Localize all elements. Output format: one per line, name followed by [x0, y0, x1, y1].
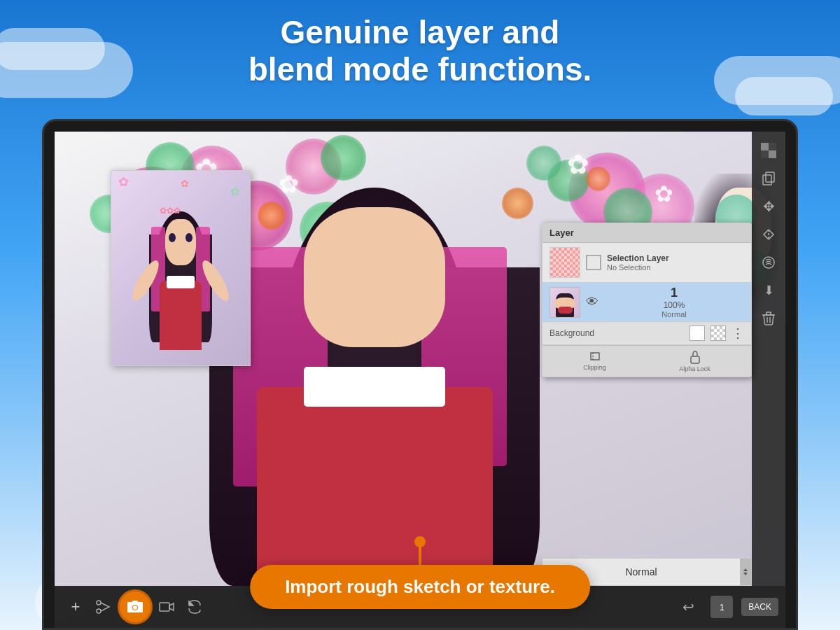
video-btn[interactable] [153, 593, 181, 621]
selection-layer-info: Selection Layer No Selection [607, 253, 669, 272]
bg-color-white[interactable] [690, 326, 705, 341]
header-line2: blend mode functions. [0, 51, 840, 88]
alpha-lock-label: Alpha Lock [679, 365, 710, 372]
svg-rect-2 [769, 143, 776, 150]
toolbar-download-btn[interactable]: ⬇ [755, 277, 782, 304]
layer-bottom-actions: Clipping Alpha Lock [542, 345, 751, 377]
layer-count-badge[interactable]: 1 [710, 596, 733, 618]
right-toolbar: ✥ [752, 132, 785, 586]
back-btn[interactable]: BACK [741, 598, 778, 616]
layer-1-blend-mode: Normal [604, 310, 744, 318]
clipping-label: Clipping [583, 364, 606, 371]
svg-rect-5 [766, 172, 774, 182]
layer-1-info: 1 100% Normal [604, 286, 744, 318]
layer-1-number: 1 [604, 286, 744, 300]
svg-marker-12 [743, 573, 748, 575]
cut-btn[interactable] [90, 593, 118, 621]
bokeh-green-7 [526, 146, 561, 181]
layer-1-visibility-btn[interactable]: 👁 [586, 295, 598, 309]
layer-panel-title: Layer [550, 227, 574, 238]
selection-layer-row[interactable]: Selection Layer No Selection [542, 243, 751, 283]
banner-connector-dot [414, 536, 426, 547]
selection-layer-title: Selection Layer [607, 253, 669, 263]
toolbar-transform-btn[interactable]: ✥ [755, 193, 782, 220]
svg-point-16 [133, 606, 137, 610]
toolbar-flip-btn[interactable] [755, 221, 782, 248]
layer-panel-header: Layer [542, 223, 751, 243]
toolbar-filter-btn[interactable] [755, 249, 782, 276]
svg-marker-18 [189, 601, 193, 606]
layer-panel-more-btn[interactable]: ⋮ [732, 326, 744, 341]
selection-empty-rect [586, 255, 601, 270]
selection-layer-no-selection: No Selection [607, 263, 669, 272]
bokeh-green-3 [321, 135, 366, 181]
selection-layer-thumb [550, 247, 580, 278]
layer-1-row[interactable]: 👁 1 100% Normal [542, 283, 751, 322]
add-btn[interactable]: + [62, 593, 90, 621]
white-flower-3: ✿ [567, 149, 589, 180]
rotate-btn[interactable] [181, 593, 209, 621]
svg-rect-1 [769, 150, 776, 158]
right-controls: ↩ 1 BACK [674, 593, 778, 621]
svg-point-14 [97, 609, 101, 613]
header-line1: Genuine layer and [0, 14, 840, 51]
svg-rect-17 [160, 603, 169, 611]
svg-rect-0 [761, 143, 769, 150]
svg-rect-3 [761, 150, 769, 158]
background-row[interactable]: Background ⋮ [542, 322, 751, 345]
import-banner-text: Import rough sketch or texture. [285, 576, 555, 597]
import-banner: Import rough sketch or texture. [250, 565, 590, 609]
svg-marker-11 [743, 568, 748, 571]
clipping-btn[interactable]: Clipping [583, 350, 606, 372]
banner-connector [419, 546, 421, 567]
layer-1-thumb [550, 287, 580, 318]
background-label: Background [550, 328, 684, 338]
bg-color-checker[interactable] [710, 326, 726, 341]
layer-panel: Layer Selection Layer No Selection [542, 223, 752, 377]
header-section: Genuine layer and blend mode functions. [0, 14, 840, 88]
toolbar-trash-btn[interactable] [755, 305, 782, 332]
import-image-btn[interactable] [118, 589, 153, 624]
svg-point-13 [97, 601, 101, 605]
svg-point-7 [763, 257, 774, 268]
toolbar-copy-btn[interactable] [755, 165, 782, 192]
alpha-lock-btn[interactable]: Alpha Lock [679, 350, 710, 372]
layer-1-opacity: 100% [604, 300, 744, 310]
toolbar-checkerboard-btn[interactable] [755, 137, 782, 164]
blend-mode-scroll[interactable] [740, 559, 751, 585]
layer-preview-panel: ✿✿✿ ✿ ✿ ✿ [111, 170, 251, 366]
svg-rect-10 [691, 356, 699, 363]
svg-rect-4 [763, 175, 771, 185]
undo-btn[interactable]: ↩ [674, 593, 702, 621]
